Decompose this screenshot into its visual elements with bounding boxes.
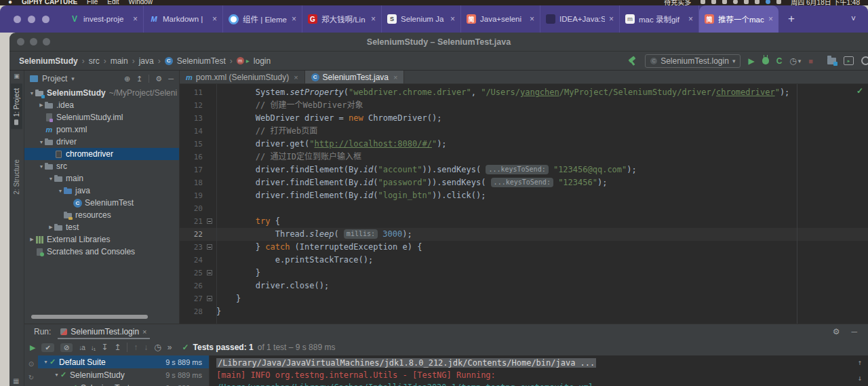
new-tab-button[interactable]: + (788, 12, 795, 26)
rerun-icon[interactable]: ↻ (28, 374, 34, 381)
gear-icon[interactable]: ⚙ (833, 327, 840, 336)
code-line[interactable]: 18 driver.findElement(By.id("password"))… (180, 176, 868, 189)
project-tree-item[interactable]: ▼SeleniumStudy ~/MyProject/Seleni (24, 87, 179, 99)
editor-tab[interactable]: mpom.xml (SeleniumStudy)× (180, 71, 305, 83)
run-button[interactable]: ▶ (748, 56, 754, 66)
collapse-all-icon[interactable]: ↥ (114, 343, 121, 352)
code-line[interactable]: 13 WebDriver driver = new ChromeDriver()… (180, 112, 868, 125)
menubar-menu-window[interactable]: Window (128, 0, 153, 5)
browser-tab[interactable]: 简Java+seleni× (461, 5, 540, 33)
code-line[interactable]: 17 driver.findElement(By.id("account")).… (180, 163, 868, 176)
menubar-status-icons[interactable] (701, 0, 781, 4)
tab-close-icon[interactable]: × (450, 14, 455, 24)
project-tree-item[interactable]: ▼src (24, 160, 179, 172)
more-icon[interactable]: » (167, 343, 172, 352)
tree-toggle-icon[interactable]: ▼ (57, 189, 64, 193)
test-history-icon[interactable]: ◷ (154, 343, 161, 352)
fold-marker[interactable] (203, 215, 216, 228)
terminal-icon[interactable]: ▸ (844, 56, 854, 65)
browser-tab[interactable]: 简推荐一个mac× (699, 5, 778, 33)
code-line[interactable]: 19 driver.findElement(By.id("login_btn")… (180, 189, 868, 202)
code-line[interactable]: 20 (180, 202, 868, 215)
tree-toggle-icon[interactable]: ▼ (42, 360, 50, 364)
tab-close-icon[interactable]: × (371, 14, 376, 24)
collapse-all-icon[interactable]: ↥ (136, 75, 142, 83)
browser-tab[interactable]: IDEA+Java:S× (540, 5, 620, 33)
breadcrumb-item[interactable]: java (139, 56, 154, 66)
test-tree-item[interactable]: ▼✓SeleniumTest9 s 889 ms (38, 381, 209, 386)
sort-by-duration-icon[interactable]: ↓₁ (91, 344, 95, 351)
code-line[interactable]: 26 driver.close(); (180, 279, 868, 292)
project-structure-icon[interactable] (827, 58, 836, 64)
browser-tab[interactable]: G郑大钱啊/Lin× (302, 5, 382, 33)
browser-tab[interactable]: SSelenium Ja× (382, 5, 461, 33)
tab-close-icon[interactable]: × (688, 14, 693, 24)
project-pane-title[interactable]: Project (42, 74, 67, 83)
show-ignored-toggle[interactable]: ⊘ (60, 343, 73, 352)
media-next-icon[interactable] (722, 0, 727, 4)
project-tree-item[interactable]: Scratches and Consoles (24, 246, 179, 258)
run-config-selector[interactable]: C SeleniumTest.login ▾ (645, 54, 741, 68)
code-line[interactable]: 28} (180, 305, 868, 318)
tree-toggle-icon[interactable]: ▶ (38, 102, 45, 108)
tab-close-icon[interactable]: × (292, 14, 296, 24)
rerun-tests-icon[interactable]: ▶ (30, 343, 35, 352)
next-test-icon[interactable]: ↓ (144, 343, 148, 352)
menubar-app-name[interactable]: GIPHY CAPTURE (22, 0, 77, 5)
locate-file-icon[interactable]: ⊕ (124, 75, 130, 83)
browser-tab[interactable]: MMarkdown |× (144, 5, 223, 33)
editor-body[interactable]: 11 System.setProperty("webdriver.chrome.… (180, 84, 868, 324)
code-line[interactable]: 23 } catch (InterruptedException e) { (180, 241, 868, 254)
fold-marker[interactable] (203, 267, 216, 279)
fold-marker[interactable] (203, 292, 216, 305)
tree-toggle-icon[interactable]: ▶ (47, 225, 54, 230)
tab-close-icon[interactable]: × (212, 14, 217, 24)
project-tree-item[interactable]: SeleniumStudy.iml (24, 111, 179, 123)
tab-close-icon[interactable]: × (294, 73, 298, 81)
media-play-icon[interactable] (711, 0, 716, 4)
control-center-icon[interactable] (776, 0, 781, 4)
pin-icon[interactable]: ⊙ (28, 360, 34, 368)
breadcrumb-item[interactable]: SeleniumStudy (19, 56, 78, 66)
code-line[interactable]: 25 } (180, 267, 868, 279)
chevron-down-icon[interactable]: ▾ (71, 75, 75, 82)
tab-close-icon[interactable]: × (530, 14, 534, 24)
project-tree-item[interactable]: ▶External Libraries (24, 233, 179, 246)
search-everywhere-icon[interactable] (861, 56, 868, 65)
stop-button[interactable]: ■ (808, 57, 813, 65)
browser-tab[interactable]: mmac 录制gif× (620, 5, 699, 33)
project-tree-item[interactable]: chromedriver (24, 148, 179, 160)
code-line[interactable]: 21 try { (180, 215, 868, 228)
inspections-status-icon[interactable]: ✓ (856, 86, 863, 96)
project-tree-item[interactable]: mpom.xml (24, 123, 179, 136)
expand-all-icon[interactable]: ↧ (101, 343, 108, 352)
code-line[interactable]: 24 e.printStackTrace(); (180, 254, 868, 267)
search-icon[interactable] (755, 0, 760, 4)
code-line[interactable]: 12 // 创建一个WebDriver对象 (180, 99, 868, 112)
tabs-menu-button[interactable]: ˅ (851, 14, 856, 24)
debug-button[interactable] (762, 57, 769, 64)
sidebar-item-project[interactable]: 1: Project (11, 83, 22, 129)
tree-toggle-icon[interactable]: ▼ (38, 164, 45, 169)
show-passed-toggle[interactable]: ✔ (41, 343, 54, 352)
horizontal-scrollbar[interactable] (31, 315, 148, 319)
tab-close-icon[interactable]: × (133, 14, 138, 24)
tool-window-switcher-icon[interactable]: ▦ (13, 377, 19, 385)
browser-tab[interactable]: Vinvest-proje× (64, 5, 144, 33)
media-prev-icon[interactable] (701, 0, 705, 4)
test-tree-item[interactable]: ▼✓Default Suite9 s 889 ms (38, 355, 209, 368)
tab-close-icon[interactable]: × (393, 73, 397, 81)
project-tree-item[interactable]: ▼main (24, 172, 179, 185)
tree-toggle-icon[interactable]: ▼ (53, 372, 60, 377)
close-icon[interactable]: × (142, 328, 146, 336)
build-project-icon[interactable] (627, 56, 637, 66)
code-line[interactable]: 27 } (180, 292, 868, 305)
previous-test-icon[interactable]: ↑ (134, 343, 138, 352)
browser-tab[interactable]: 组件 | Eleme× (223, 5, 302, 33)
run-tab[interactable]: SeleniumTest.login × (58, 326, 149, 338)
sort-alphabetically-icon[interactable]: ↓a (79, 344, 85, 351)
fold-marker[interactable] (203, 241, 216, 254)
tree-toggle-icon[interactable]: ▼ (38, 140, 45, 144)
breadcrumb-item[interactable]: SeleniumTest (177, 56, 226, 66)
console[interactable]: ↑ ↓ /Library/Java/JavaVirtualMachines/jd… (209, 355, 868, 386)
